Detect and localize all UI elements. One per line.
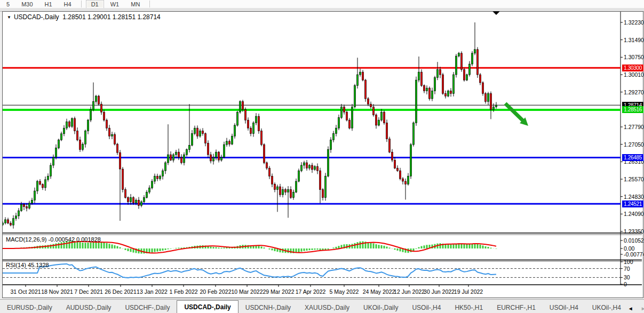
price-axis-tick: 1.23350 [624, 228, 644, 235]
chart-ohlc-values: 1.28501 1.29001 1.28151 1.28714 [62, 13, 161, 21]
rsi-axis-tick: 70 [624, 266, 630, 272]
price-axis-tick: 1.31490 [624, 37, 644, 43]
macd-axis-tick: -0.00774 [624, 251, 644, 258]
price-badge-1.30300: 1.30300 [622, 65, 643, 71]
macd-layer [3, 241, 496, 254]
date-axis-tick: 7 Dec 2021 [74, 288, 103, 295]
price-axis-tick: 1.27050 [624, 141, 644, 148]
symbol-tab-bar: EURUSD-,DailyAUDUSD-,DailyUSDCHF-,DailyU… [0, 299, 644, 313]
rsi-label: RSI(14) 45.1328 [6, 262, 49, 268]
date-axis-tick: 24 May 2022 [363, 288, 395, 295]
date-axis-tick: 30 Jun 2022 [424, 288, 455, 295]
date-axis-tick: 5 May 2022 [330, 288, 359, 295]
rsi-line [3, 264, 496, 278]
price-axis-tick: 1.24090 [624, 211, 644, 217]
trend-arrow-shaft[interactable] [505, 103, 523, 122]
tab-eurusd-daily[interactable]: EURUSD-,Daily [0, 302, 59, 313]
date-axis-tick: 10 Mar 2022 [232, 288, 263, 295]
rsi-axis-tick: 100 [624, 259, 633, 265]
tab-scrollers: ◄► [628, 306, 644, 313]
date-axis-tick: 17 Apr 2022 [296, 288, 326, 295]
tab-scroll-left-icon[interactable]: ◄ [628, 306, 633, 311]
tab-usoil-h4[interactable]: USOil-,H4 [543, 302, 585, 313]
date-axis-tick: 31 Oct 2021 [10, 288, 41, 295]
chart-symbol-period: USDCAD-,Daily [14, 13, 59, 21]
macd-label: MACD(12,26,9) -0.000542 0.001828 [6, 236, 101, 243]
tab-audusd-daily[interactable]: AUDUSD-,Daily [59, 302, 118, 313]
price-axis-tick: 1.32230 [624, 19, 644, 26]
date-axis-tick: 26 Dec 2021 [105, 288, 137, 295]
date-axis-tick: 18 Nov 2021 [41, 288, 73, 295]
price-axis-tick: 1.24830 [624, 194, 644, 200]
tab-xauusd-daily[interactable]: XAUUSD-,Daily [298, 302, 356, 313]
chart-canvas[interactable] [0, 0, 644, 313]
rsi-axis-tick: 30 [624, 274, 630, 280]
price-badge-1.28516: 1.28516 [622, 106, 643, 113]
date-axis-tick: 1 Feb 2022 [169, 288, 197, 295]
tab-ukoil-h4[interactable]: UKOil-,H4 [585, 302, 628, 313]
chart-shift-marker-icon[interactable] [492, 11, 500, 15]
price-axis-tick: 1.29270 [624, 89, 644, 95]
price-axis-tick: 1.30750 [624, 54, 644, 60]
candles-layer [2, 22, 497, 229]
rsi-layer [3, 264, 496, 278]
date-axis-tick: 12 Jun 2022 [394, 288, 425, 295]
tab-usdcnh-daily[interactable]: USDCNH-,Daily [238, 302, 298, 313]
price-axis-tick: 1.30010 [624, 71, 644, 78]
date-axis-tick: 29 Mar 2022 [263, 288, 295, 295]
price-axis-tick: 1.25570 [624, 176, 644, 182]
date-axis-tick: 20 Feb 2022 [200, 288, 232, 295]
tab-usdcad-daily[interactable]: USDCAD-,Daily [177, 300, 238, 313]
tab-usdchf-daily[interactable]: USDCHF-,Daily [118, 302, 177, 313]
tab-ukoil-daily[interactable]: UKOil-,Daily [356, 302, 405, 313]
tab-scroll-right-icon[interactable]: ► [641, 306, 644, 311]
date-axis-tick: 19 Jul 2022 [454, 288, 483, 295]
rsi-axis-tick: 0 [624, 281, 627, 287]
date-axis-tick: 13 Jan 2022 [137, 288, 168, 295]
tab-hk50-h1[interactable]: HK50-,H1 [448, 302, 490, 313]
price-badge-1.24521: 1.24521 [622, 200, 643, 207]
chart-title: ▼USDCAD-,Daily 1.28501 1.29001 1.28151 1… [7, 13, 161, 21]
tab-eurchf-h1[interactable]: EURCHF-,H1 [490, 302, 543, 313]
symbol-dropdown-icon[interactable]: ▼ [7, 15, 11, 20]
tab-usoil-h4[interactable]: USOil-,H4 [405, 302, 448, 313]
price-badge-1.26485: 1.26485 [622, 154, 643, 161]
macd-axis-tick: 0.01052 [624, 237, 644, 244]
price-axis-tick: 1.27790 [624, 124, 644, 130]
